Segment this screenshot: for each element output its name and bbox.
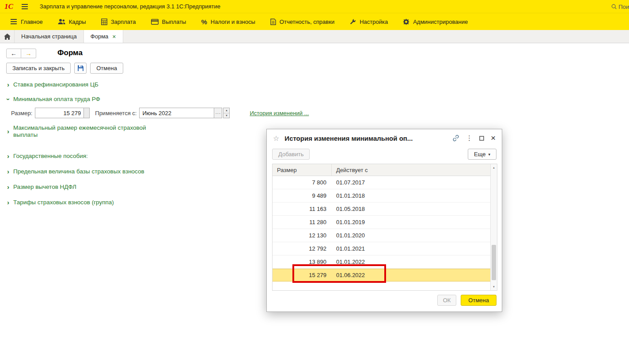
menu-main-icon <box>10 19 17 25</box>
calculator-icon <box>101 19 107 25</box>
menu-item-nalogi[interactable]: % Налоги и взносы <box>193 13 262 30</box>
menu-label: Выплаты <box>162 19 186 25</box>
dialog-cancel-button[interactable]: Отмена <box>461 295 496 306</box>
history-nav: ← → <box>6 49 36 58</box>
cell-size: 12 130 <box>273 232 332 239</box>
section-gosudarstvennye-posobiya[interactable]: › Государственные пособия: <box>7 153 88 160</box>
form-command-bar: Записать и закрыть Отмена <box>6 63 123 74</box>
history-dialog: ☆ История изменения минимальной оп... ⋮ … <box>266 129 502 312</box>
kebab-menu-icon[interactable]: ⋮ <box>466 134 473 142</box>
gear-icon <box>403 19 409 25</box>
tab-nachalnaya-stranitsa[interactable]: Начальная страница <box>15 30 84 43</box>
date-spinner: ▲ ▼ <box>223 108 230 118</box>
chevron-right-icon: › <box>7 199 9 206</box>
scroll-thumb[interactable] <box>492 245 496 280</box>
menu-item-administrirovanie[interactable]: Администрирование <box>395 13 475 30</box>
main-menu-icon[interactable] <box>21 4 28 10</box>
dialog-toolbar: Добавить Еще ▾ <box>272 149 496 160</box>
section-stavka-refinansirovaniya[interactable]: › Ставка рефинансирования ЦБ <box>7 81 99 88</box>
tabbar: Начальная страница Форма × <box>0 30 629 43</box>
table-row[interactable]: 11 280 01.01.2019 <box>273 216 497 229</box>
spin-down-icon[interactable]: ▼ <box>224 113 229 118</box>
menu-item-main[interactable]: Главное <box>3 13 50 30</box>
table-row[interactable]: 12 130 01.01.2020 <box>273 229 497 242</box>
history-link[interactable]: История изменений ... <box>250 110 309 116</box>
titlebar: 1С Зарплата и управление персоналом, ред… <box>0 0 629 13</box>
section-label: Ставка рефинансирования ЦБ <box>13 81 99 88</box>
menu-item-vyplaty[interactable]: Выплаты <box>144 13 194 30</box>
favorite-star-icon[interactable]: ☆ <box>273 134 279 143</box>
people-icon <box>58 19 65 25</box>
chevron-right-icon: › <box>7 128 9 135</box>
save-button[interactable] <box>74 63 87 74</box>
save-icon <box>77 65 84 71</box>
table-row[interactable]: 12 792 01.01.2021 <box>273 242 497 255</box>
caret-down-icon: ▾ <box>488 152 490 157</box>
menu-item-kadry[interactable]: Кадры <box>50 13 94 30</box>
mrot-form-row: Размер: Применяется с: ... ▲ ▼ История и… <box>11 107 309 119</box>
size-select-button[interactable] <box>84 108 90 118</box>
table-row[interactable]: 11 163 01.05.2018 <box>273 203 497 216</box>
menu-label: Налоги и взносы <box>211 19 255 25</box>
scroll-down-icon[interactable]: ▼ <box>491 284 497 290</box>
dialog-footer: ОК Отмена <box>437 295 496 306</box>
dialog-title: История изменения минимальной оп... <box>284 135 446 142</box>
table-header: Размер Действует с <box>273 164 497 176</box>
table-scrollbar[interactable]: ▲ ▼ <box>490 164 497 290</box>
choose-date-button[interactable]: ... <box>214 108 222 118</box>
save-close-button[interactable]: Записать и закрыть <box>6 63 71 74</box>
search-box[interactable]: Пои <box>609 0 629 13</box>
menu-item-nastroyka[interactable]: Настройка <box>342 13 395 30</box>
section-menubar: Главное Кадры Зарплата Выплаты % Налоги … <box>0 13 629 30</box>
table-row-selected[interactable]: 15 279 01.06.2022 <box>273 269 497 281</box>
search-icon <box>611 4 617 10</box>
section-predelnaya-velichina[interactable]: › Предельная величина базы страховых взн… <box>7 168 144 175</box>
applies-from-input[interactable] <box>139 108 214 118</box>
menu-item-otchetnost[interactable]: Отчетность, справки <box>263 13 342 30</box>
section-maksimalnyy-razmer[interactable]: › Максимальный размер ежемесячной страхо… <box>7 124 168 139</box>
section-label: Размер вычетов НДФЛ <box>13 184 76 191</box>
menu-label: Администрирование <box>413 19 468 25</box>
close-icon[interactable]: × <box>491 133 496 143</box>
cell-size: 12 792 <box>273 245 332 252</box>
report-icon <box>270 19 276 25</box>
table-row[interactable]: 9 489 01.01.2018 <box>273 189 497 203</box>
section-label: Предельная величина базы страховых взнос… <box>13 168 144 175</box>
card-icon <box>151 19 159 25</box>
cell-date: 01.01.2021 <box>332 245 497 252</box>
cell-size: 11 163 <box>273 206 332 212</box>
chevron-right-icon: › <box>7 153 9 159</box>
tab-forma[interactable]: Форма × <box>84 30 123 43</box>
chevron-right-icon: › <box>7 169 9 175</box>
forward-button[interactable]: → <box>21 49 36 58</box>
applies-from-label: Применяется с: <box>95 110 136 116</box>
cancel-button[interactable]: Отмена <box>90 63 123 74</box>
section-minimalnaya-oplata[interactable]: › Минимальная оплата труда РФ <box>7 96 100 103</box>
search-text: Пои <box>618 4 629 10</box>
section-label: Государственные пособия: <box>13 153 88 160</box>
spin-up-icon[interactable]: ▲ <box>224 108 229 113</box>
back-button[interactable]: ← <box>6 49 21 58</box>
add-button[interactable]: Добавить <box>272 149 310 160</box>
cell-date: 01.01.2018 <box>332 192 497 199</box>
1c-logo: 1С <box>4 2 13 11</box>
more-button[interactable]: Еще ▾ <box>468 149 496 160</box>
section-razmer-vychetov[interactable]: › Размер вычетов НДФЛ <box>7 184 76 191</box>
column-header-date[interactable]: Действует с <box>332 164 497 176</box>
ok-button[interactable]: ОК <box>437 295 457 306</box>
menu-label: Настройка <box>360 19 388 25</box>
table-row[interactable]: 7 800 01.07.2017 <box>273 176 497 189</box>
maximize-icon[interactable] <box>479 136 484 141</box>
cell-size: 9 489 <box>273 192 332 199</box>
tab-close-icon[interactable]: × <box>112 34 116 40</box>
menu-item-zarplata[interactable]: Зарплата <box>94 13 144 30</box>
table-row[interactable]: 13 890 01.01.2022 <box>273 255 497 269</box>
get-link-icon[interactable] <box>452 135 459 142</box>
percent-icon: % <box>201 18 207 26</box>
size-input[interactable] <box>35 108 84 118</box>
home-button[interactable] <box>0 30 15 43</box>
menu-label: Зарплата <box>111 19 136 25</box>
scroll-up-icon[interactable]: ▲ <box>491 165 497 171</box>
section-tarify-vznosov[interactable]: › Тарифы страховых взносов (группа) <box>7 199 114 206</box>
column-header-size[interactable]: Размер <box>273 164 332 176</box>
